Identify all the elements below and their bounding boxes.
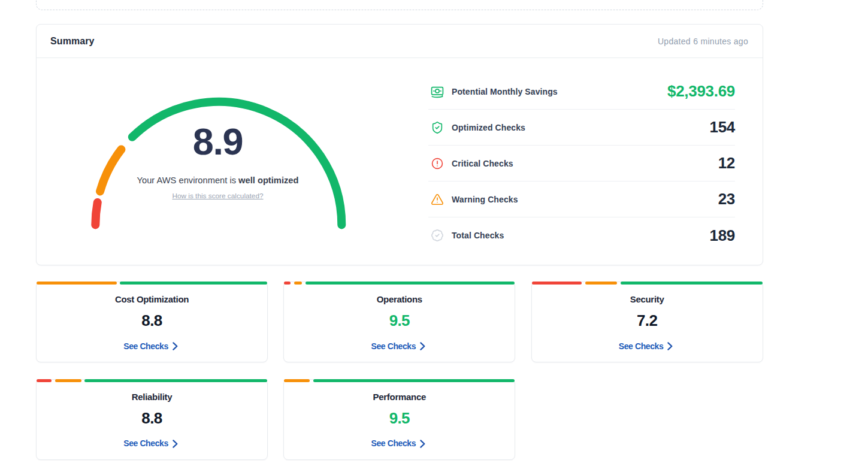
category-title: Performance — [284, 392, 515, 402]
stat-label: Critical Checks — [452, 159, 513, 168]
summary-title: Summary — [50, 36, 95, 47]
stat-label: Potential Monthly Savings — [452, 87, 558, 96]
category-score: 9.5 — [284, 409, 515, 428]
stat-label: Warning Checks — [452, 195, 518, 204]
chevron-right-icon — [417, 341, 428, 352]
stat-value: $2,393.69 — [667, 82, 735, 101]
category-checks-bar — [532, 282, 763, 285]
stat-row-potential-monthly-savings: Potential Monthly Savings $2,393.69 — [428, 74, 735, 110]
summary-stats-list: Potential Monthly Savings $2,393.69 Opti… — [428, 74, 735, 253]
category-title: Operations — [284, 294, 515, 304]
see-checks-link[interactable]: See Checks — [371, 340, 428, 352]
see-checks-link[interactable]: See Checks — [619, 340, 676, 352]
bar-segment-green — [306, 282, 515, 285]
category-title: Security — [532, 294, 763, 304]
bar-segment-red — [37, 379, 52, 382]
bar-segment-green — [120, 282, 267, 285]
summary-card: Summary Updated 6 minutes ago 8.9 Your A… — [36, 24, 763, 265]
bar-segment-orange — [284, 379, 310, 382]
category-checks-bar — [37, 379, 267, 382]
category-score: 7.2 — [532, 311, 763, 330]
summary-updated-timestamp: Updated 6 minutes ago — [658, 37, 748, 46]
category-title: Reliability — [37, 392, 267, 402]
category-score: 9.5 — [284, 311, 515, 330]
gauge-caption-normal: Your AWS environment is — [137, 176, 239, 185]
stat-row-warning-checks: Warning Checks 23 — [428, 181, 735, 217]
cash-icon — [430, 84, 444, 99]
alert-triangle-icon — [430, 192, 444, 207]
category-card-performance: Performance 9.5 See Checks — [283, 379, 515, 460]
category-score: 8.8 — [37, 311, 267, 330]
see-checks-label: See Checks — [619, 341, 664, 351]
category-card-cost-optimization: Cost Optimization 8.8 See Checks — [36, 282, 268, 362]
category-card-operations: Operations 9.5 See Checks — [283, 282, 515, 362]
summary-header: Summary Updated 6 minutes ago — [37, 25, 763, 58]
stat-value: 12 — [718, 154, 735, 173]
bar-segment-red — [284, 282, 291, 285]
gauge-caption: Your AWS environment is well optimized — [68, 176, 368, 185]
bar-segment-green — [313, 379, 515, 382]
category-checks-bar — [37, 282, 267, 285]
overall-score-value: 8.9 — [128, 123, 308, 161]
bar-segment-orange — [585, 282, 618, 285]
bar-segment-orange — [55, 379, 81, 382]
chevron-right-icon — [664, 341, 675, 352]
alert-circle-icon — [430, 156, 444, 171]
see-checks-label: See Checks — [123, 341, 168, 351]
stat-label: Total Checks — [452, 231, 504, 240]
see-checks-label: See Checks — [371, 341, 416, 351]
category-card-security: Security 7.2 See Checks — [531, 282, 763, 362]
see-checks-link[interactable]: See Checks — [123, 438, 180, 449]
see-checks-link[interactable]: See Checks — [123, 340, 180, 352]
top-partial-dashed-card — [36, 0, 763, 10]
category-checks-bar — [284, 379, 515, 382]
category-card-reliability: Reliability 8.8 See Checks — [36, 379, 268, 460]
summary-body: 8.9 Your AWS environment is well optimiz… — [37, 58, 763, 265]
gauge-link-wrap: How is this score calculated? — [68, 190, 368, 201]
bar-segment-green — [84, 379, 267, 382]
page: Summary Updated 6 minutes ago 8.9 Your A… — [0, 0, 868, 469]
bar-segment-green — [621, 282, 763, 285]
chevron-right-icon — [170, 341, 180, 352]
badge-check-icon — [430, 228, 444, 243]
stat-row-total-checks: Total Checks 189 — [428, 217, 735, 253]
bar-segment-red — [532, 282, 582, 285]
stat-label: Optimized Checks — [452, 123, 525, 132]
shield-check-icon — [430, 120, 444, 135]
bar-segment-orange — [37, 282, 117, 285]
score-explainer-link[interactable]: How is this score calculated? — [172, 192, 263, 200]
stat-value: 189 — [710, 226, 735, 245]
bar-segment-orange — [294, 282, 302, 285]
category-checks-bar — [284, 282, 515, 285]
category-score: 8.8 — [37, 409, 267, 428]
stat-row-optimized-checks: Optimized Checks 154 — [428, 110, 735, 146]
gauge-caption-bold: well optimized — [238, 176, 298, 185]
see-checks-label: See Checks — [371, 438, 416, 448]
see-checks-link[interactable]: See Checks — [371, 438, 428, 449]
chevron-right-icon — [170, 438, 180, 449]
see-checks-label: See Checks — [123, 438, 168, 448]
category-title: Cost Optimization — [37, 294, 267, 304]
stat-value: 154 — [710, 118, 735, 137]
stat-row-critical-checks: Critical Checks 12 — [428, 146, 735, 181]
stat-value: 23 — [718, 190, 735, 208]
chevron-right-icon — [417, 438, 428, 449]
